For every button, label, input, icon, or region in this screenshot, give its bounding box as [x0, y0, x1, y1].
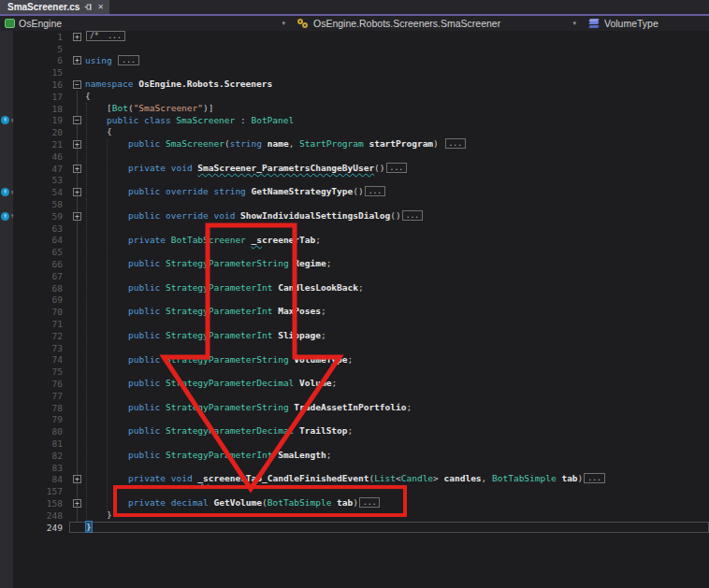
line-number: 70: [13, 307, 69, 317]
code-text: {: [85, 91, 91, 103]
code-text: public StrategyParameterString Regime;: [85, 258, 331, 270]
code-line[interactable]: 249}: [0, 522, 709, 534]
line-number: 83: [13, 463, 69, 473]
code-line[interactable]: 77: [0, 390, 709, 402]
fold-toggle-icon[interactable]: +: [73, 212, 81, 221]
code-line[interactable]: 70public StrategyParameterInt MaxPoses;: [0, 306, 709, 318]
code-line[interactable]: 20{: [0, 126, 709, 138]
code-line[interactable]: 78public StrategyParameterString TradeAs…: [0, 402, 709, 414]
code-text: public StrategyParameterInt MaxPoses;: [85, 306, 326, 318]
code-line[interactable]: 71: [0, 318, 709, 330]
code-line[interactable]: ↑↑59+public override void ShowIndividual…: [0, 210, 709, 222]
code-text: public class SmaScreener : BotPanel: [85, 115, 294, 127]
line-number: 46: [13, 151, 69, 162]
project-dropdown[interactable]: OsEngine ▾: [0, 16, 293, 31]
code-text: using ...: [85, 55, 140, 67]
code-line[interactable]: 46: [0, 151, 709, 163]
code-line[interactable]: 158+private decimal GetVolume(BotTabSimp…: [0, 497, 709, 509]
code-lines: 1+/* ...56+using ...1516−namespace OsEng…: [0, 31, 709, 533]
code-line[interactable]: 18[Bot("SmaScreener")]: [0, 103, 709, 115]
fold-toggle-icon[interactable]: +: [73, 56, 81, 65]
tab-title: SmaScreener.cs: [7, 2, 80, 12]
fold-toggle-icon[interactable]: +: [73, 475, 81, 483]
code-line[interactable]: 65: [0, 246, 709, 258]
member-dropdown[interactable]: VolumeType: [584, 16, 709, 31]
code-text: public override void ShowIndividualSetti…: [85, 210, 424, 222]
inheritance-reference-icon[interactable]: ↑: [1, 212, 9, 221]
code-line[interactable]: 82public StrategyParameterInt SmaLength;: [0, 450, 709, 462]
chevron-down-icon: ▾: [282, 20, 285, 27]
code-line[interactable]: 47+private void SmaScreener_ParametrsCha…: [0, 163, 709, 175]
code-line[interactable]: 16−namespace OsEngine.Robots.Screeners: [0, 79, 709, 91]
line-number: 157: [13, 486, 69, 496]
line-number: 63: [13, 223, 69, 234]
code-line[interactable]: 15: [0, 66, 709, 79]
code-line[interactable]: 67: [0, 270, 709, 282]
outline-cell: +: [69, 56, 85, 65]
code-line[interactable]: 75: [0, 366, 709, 378]
document-tab[interactable]: SmaScreener.cs ✕: [0, 0, 109, 14]
code-line[interactable]: 76public StrategyParameterDecimal Volume…: [0, 378, 709, 390]
line-number: 69: [13, 294, 69, 305]
code-line[interactable]: 66public StrategyParameterString Regime;: [0, 258, 709, 270]
code-text: [Bot("SmaScreener")]: [85, 103, 213, 115]
inheritance-reference-icon[interactable]: ↑: [1, 116, 9, 124]
type-dropdown[interactable]: OsEngine.Robots.Screeners.SmaScreener ▾: [293, 16, 584, 31]
code-line[interactable]: 79: [0, 414, 709, 426]
code-line[interactable]: 74public StrategyParameterString VolumeT…: [0, 354, 709, 366]
code-text: private void SmaScreener_ParametrsChange…: [85, 163, 408, 175]
code-line[interactable]: 248}: [0, 509, 709, 522]
code-line[interactable]: 72public StrategyParameterInt Slippage;: [0, 330, 709, 342]
fold-toggle-icon[interactable]: +: [73, 188, 81, 196]
code-line[interactable]: ↑↑19−public class SmaScreener : BotPanel: [0, 115, 709, 127]
code-line[interactable]: 5: [0, 43, 709, 55]
type-label: OsEngine.Robots.Screeners.SmaScreener: [313, 18, 500, 29]
code-text: namespace OsEngine.Robots.Screeners: [85, 79, 272, 91]
code-line[interactable]: 53: [0, 175, 709, 187]
code-line[interactable]: 69: [0, 294, 709, 307]
code-line[interactable]: 68public StrategyParameterInt CandlesLoo…: [0, 282, 709, 294]
fold-toggle-icon[interactable]: −: [73, 80, 81, 89]
line-number: 5: [13, 44, 69, 54]
outline-cell: +: [69, 165, 85, 173]
line-number: 72: [13, 331, 69, 341]
line-number: 59: [13, 211, 69, 222]
line-number: 73: [13, 343, 69, 353]
pin-icon[interactable]: [84, 3, 93, 11]
code-line[interactable]: 80public StrategyParameterDecimal TrailS…: [0, 425, 709, 437]
fold-toggle-icon[interactable]: +: [73, 33, 81, 41]
outline-cell: +: [69, 140, 85, 149]
chevron-down-icon: ▾: [572, 20, 576, 27]
glyph-cell: ↑↑: [0, 188, 13, 196]
code-line[interactable]: 1+/* ...: [0, 31, 709, 43]
fold-toggle-icon[interactable]: −: [73, 116, 81, 124]
fold-toggle-icon[interactable]: +: [73, 140, 81, 149]
code-line[interactable]: 63: [0, 222, 709, 235]
field-icon: [588, 19, 600, 29]
code-line[interactable]: 64private BotTabScreener _screenerTab;: [0, 235, 709, 247]
line-number: 74: [13, 354, 69, 365]
inheritance-reference-icon[interactable]: ↑: [1, 188, 9, 196]
close-icon[interactable]: ✕: [97, 3, 104, 11]
code-editor[interactable]: 1+/* ...56+using ...1516−namespace OsEng…: [0, 31, 709, 588]
code-line[interactable]: 58: [0, 198, 709, 210]
code-line[interactable]: 157: [0, 485, 709, 497]
code-text: }: [85, 509, 112, 522]
fold-toggle-icon[interactable]: +: [73, 499, 81, 508]
fold-toggle-icon[interactable]: +: [73, 165, 81, 173]
line-number: 1: [13, 32, 69, 42]
code-line[interactable]: ↑↑54+public override string GetNameStrat…: [0, 186, 709, 198]
code-line[interactable]: 21+public SmaScreener(string name, Start…: [0, 138, 709, 151]
code-line[interactable]: 73: [0, 342, 709, 354]
line-number: 158: [13, 498, 69, 509]
code-line[interactable]: 6+using ...: [0, 55, 709, 67]
outline-cell: −: [69, 116, 85, 124]
csharp-project-icon: [5, 19, 15, 28]
code-text: private decimal GetVolume(BotTabSimple t…: [85, 497, 381, 509]
code-line[interactable]: 83: [0, 462, 709, 474]
code-line[interactable]: 17{: [0, 91, 709, 103]
line-number: 17: [13, 92, 69, 102]
line-number: 77: [13, 391, 69, 401]
code-line[interactable]: 81: [0, 437, 709, 450]
code-line[interactable]: 84+private void _screenerTab_CandleFinis…: [0, 473, 709, 485]
